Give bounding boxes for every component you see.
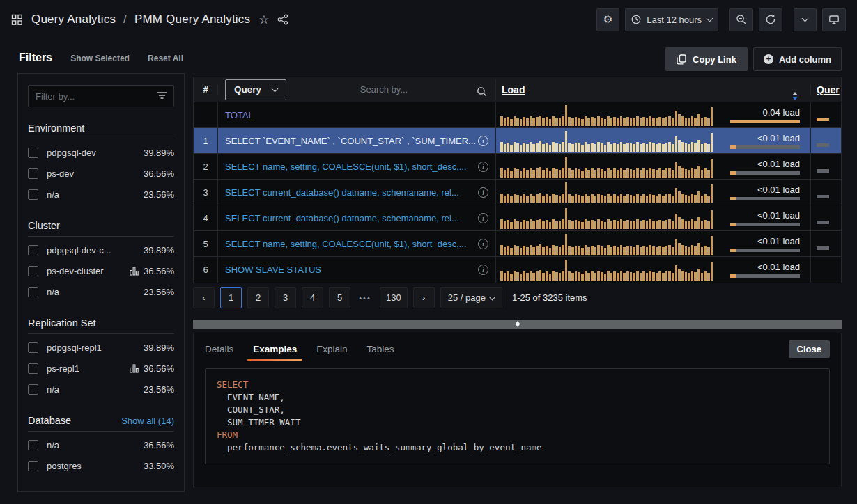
bar-chart-icon[interactable] xyxy=(130,267,139,276)
info-icon[interactable]: i xyxy=(478,239,488,249)
share-icon[interactable] xyxy=(277,14,288,25)
prev-page-button[interactable]: ‹ xyxy=(193,287,215,308)
filter-item-label[interactable]: ps-repl1 xyxy=(47,363,130,374)
tab-examples[interactable]: Examples xyxy=(253,336,297,363)
zoom-out-button[interactable] xyxy=(729,8,753,31)
page-button-2[interactable]: 2 xyxy=(247,287,269,308)
table-row[interactable]: 6SHOW SLAVE STATUSi<0.01 load xyxy=(194,257,841,283)
load-value: <0.01 load xyxy=(757,159,800,169)
filter-section-environment: Environmentpdpgsql-dev39.89%ps-dev36.56%… xyxy=(28,123,174,205)
show-selected-link[interactable]: Show Selected xyxy=(70,54,130,63)
table-row[interactable]: 5SELECT name, setting, COALESCE(unit, $1… xyxy=(194,231,841,257)
load-progress-bar xyxy=(730,171,800,175)
table-row[interactable]: 2SELECT name, setting, COALESCE(unit, $1… xyxy=(194,154,841,180)
filter-item-percent: 23.56% xyxy=(144,287,174,297)
load-value: <0.01 load xyxy=(757,210,800,221)
page-button-1[interactable]: 1 xyxy=(220,287,242,308)
filter-item-label[interactable]: n/a xyxy=(47,287,144,297)
tab-explain[interactable]: Explain xyxy=(316,336,347,363)
filter-checkbox[interactable] xyxy=(28,168,38,179)
filter-search-input[interactable] xyxy=(28,85,174,107)
refresh-interval-dropdown[interactable] xyxy=(794,8,817,31)
query-text[interactable]: SELECT current_database() datname, schem… xyxy=(225,187,459,198)
info-icon[interactable]: i xyxy=(478,136,488,146)
query-text[interactable]: SELECT current_database() datname, schem… xyxy=(225,213,459,223)
filter-item-label[interactable]: ps-dev xyxy=(47,168,144,179)
filter-checkbox[interactable] xyxy=(28,287,38,297)
filter-item-label[interactable]: pdpgsql-dev-c... xyxy=(47,245,144,255)
tab-tables[interactable]: Tables xyxy=(367,336,394,363)
info-icon[interactable]: i xyxy=(478,213,488,223)
filter-checkbox[interactable] xyxy=(28,363,38,374)
page-button-4[interactable]: 4 xyxy=(302,287,323,308)
panel-splitter[interactable] xyxy=(193,320,842,329)
info-icon[interactable]: i xyxy=(478,187,488,198)
query-text[interactable]: SELECT name, setting, COALESCE(unit, $1)… xyxy=(225,162,467,172)
bar-chart-icon[interactable] xyxy=(130,364,139,373)
breadcrumb-section[interactable]: Query Analytics xyxy=(31,13,116,26)
breadcrumb-page[interactable]: PMM Query Analytics xyxy=(134,13,250,26)
chevron-down-icon xyxy=(272,85,279,92)
table-row[interactable]: 4SELECT current_database() datname, sche… xyxy=(194,205,841,231)
info-icon[interactable]: i xyxy=(478,162,488,172)
search-icon xyxy=(477,86,487,97)
column-header-load[interactable]: Load xyxy=(502,84,525,95)
table-row[interactable]: 3SELECT current_database() datname, sche… xyxy=(194,180,841,205)
time-range-picker[interactable]: Last 12 hours xyxy=(625,8,718,31)
filter-section-title: Cluster xyxy=(28,220,60,231)
filter-checkbox[interactable] xyxy=(28,245,38,255)
filter-item-percent: 39.89% xyxy=(144,245,174,255)
refresh-button[interactable] xyxy=(759,8,782,31)
page-button-5[interactable]: 5 xyxy=(329,287,350,308)
query-text[interactable]: SHOW SLAVE STATUS xyxy=(225,265,321,275)
filter-item-percent: 36.56% xyxy=(144,168,174,179)
filter-item-label[interactable]: postgres xyxy=(47,461,144,471)
query-count-cell xyxy=(811,257,841,283)
page-button-130[interactable]: 130 xyxy=(380,287,408,308)
page-size-select[interactable]: 25 / page xyxy=(440,287,502,308)
close-button[interactable]: Close xyxy=(789,340,830,358)
filter-item-label[interactable]: n/a xyxy=(47,440,144,450)
star-icon[interactable]: ☆ xyxy=(258,13,269,27)
apps-grid-icon[interactable] xyxy=(11,14,23,26)
filter-item: pdpgsql-dev39.89% xyxy=(28,142,174,163)
filter-item: pdpgsql-dev-c...39.89% xyxy=(28,239,174,260)
copy-link-button[interactable]: Copy Link xyxy=(665,47,748,71)
filter-checkbox[interactable] xyxy=(28,384,38,395)
info-icon[interactable]: i xyxy=(478,265,488,275)
filter-checkbox[interactable] xyxy=(28,266,38,276)
table-row[interactable]: 1SELECT `EVENT_NAME` , `COUNT_STAR` , `S… xyxy=(194,128,841,154)
reset-all-link[interactable]: Reset All xyxy=(148,54,183,63)
next-page-button[interactable]: › xyxy=(413,287,435,308)
filter-checkbox[interactable] xyxy=(28,461,38,471)
page-button-3[interactable]: 3 xyxy=(275,287,296,308)
filter-item-label[interactable]: pdpgsql-dev xyxy=(47,148,144,158)
filter-checkbox[interactable] xyxy=(28,189,38,200)
dashboard-settings-button[interactable]: ⚙ xyxy=(596,8,619,31)
query-search-input[interactable] xyxy=(286,84,488,95)
table-row-total[interactable]: TOTAL0.04 load xyxy=(194,102,841,128)
query-count-bar xyxy=(817,118,829,121)
add-column-button[interactable]: + Add column xyxy=(753,47,842,71)
load-sparkline xyxy=(500,156,713,178)
query-text[interactable]: SELECT `EVENT_NAME` , `COUNT_STAR` , `SU… xyxy=(225,136,476,146)
sort-icon[interactable] xyxy=(792,92,798,100)
show-all-link[interactable]: Show all (14) xyxy=(121,416,174,426)
filter-item-label[interactable]: pdpgsql-repl1 xyxy=(47,342,144,353)
column-header-query-count[interactable]: Quer xyxy=(817,84,840,95)
filter-checkbox[interactable] xyxy=(28,440,38,450)
filter-checkbox[interactable] xyxy=(28,148,38,158)
query-text[interactable]: SELECT name, setting, COALESCE(unit, $1)… xyxy=(225,239,467,249)
dimension-dropdown[interactable]: Query xyxy=(225,79,286,100)
filter-checkbox[interactable] xyxy=(28,342,38,353)
filter-item-label[interactable]: n/a xyxy=(47,189,144,200)
row-number xyxy=(194,102,218,127)
filter-section-title: Replication Set xyxy=(28,317,96,329)
filter-item-label[interactable]: n/a xyxy=(47,384,144,395)
clock-icon xyxy=(631,15,641,24)
filter-item-percent: 36.56% xyxy=(144,363,174,374)
query-text[interactable]: TOTAL xyxy=(225,110,254,120)
tab-details[interactable]: Details xyxy=(205,336,233,363)
filter-item-label[interactable]: ps-dev-cluster xyxy=(47,266,130,276)
tv-mode-button[interactable] xyxy=(822,8,846,31)
